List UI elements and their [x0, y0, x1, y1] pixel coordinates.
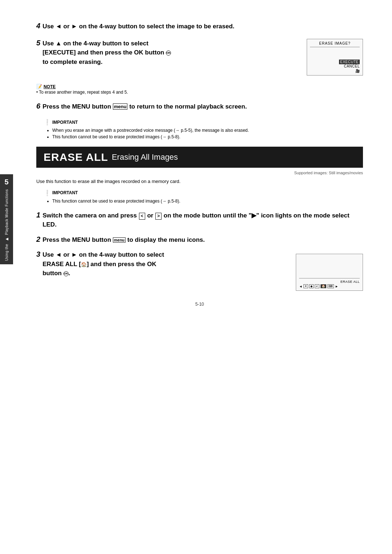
- icon-diamond: ◆: [309, 284, 314, 288]
- step6-number: 6: [36, 102, 40, 110]
- step5-text: Use ▲ on the 4-way button to select [EXE…: [42, 39, 171, 67]
- step5-number: 5: [36, 39, 40, 47]
- step4-number: 4: [36, 22, 40, 30]
- erase-all-title: ERASE ALL: [44, 151, 108, 163]
- page-number: 5-10: [36, 302, 363, 307]
- ok-button-icon-2: OK: [64, 271, 69, 276]
- icon-home: 🏠: [320, 284, 326, 288]
- icon-arrow-right: ►: [335, 285, 338, 288]
- important-icon-2: ❕: [44, 190, 51, 196]
- important-bullet-1a: When you erase an image with a postrecor…: [52, 127, 363, 134]
- ea-step1-text: Switch the camera on and press < or > on…: [42, 211, 363, 229]
- step-6: 6 Press the MENU button menu to return t…: [36, 102, 363, 111]
- lcd-erase-image-label: ERASE IMAGE?: [310, 41, 360, 47]
- ea-step2-text: Press the MENU button menu to display th…: [42, 235, 205, 245]
- note-icon: 📝: [36, 84, 42, 89]
- important-label-2: Important: [52, 190, 78, 195]
- important-icon-1: ❕: [44, 119, 51, 126]
- ea-step3-text: Use ◄ or ► on the 4-way button to select…: [42, 250, 164, 278]
- icon-x: ✕: [303, 284, 308, 288]
- menu-button-icon: menu: [113, 103, 128, 110]
- important-bullet-1b: This function cannot be used to erase pr…: [52, 134, 363, 140]
- note-title: NOTE: [44, 84, 56, 89]
- intro-text: Use this function to erase all the image…: [36, 178, 363, 185]
- icon-arrow-left: ◄: [299, 285, 302, 288]
- important-title-1: ❕ Important: [44, 119, 363, 126]
- ea-step-2: 2 Press the MENU button menu to display …: [36, 235, 363, 245]
- ea-step3-number: 3: [36, 250, 40, 258]
- ea-step1-number: 1: [36, 211, 40, 219]
- lcd2-icons: ◄ ✕ ◆ ↩ 🏠 ⌨ ►: [299, 284, 360, 288]
- sidebar-text: Using the ▶ Playback Mode Functions: [5, 189, 9, 261]
- lcd2-label: ERASE ALL: [299, 280, 360, 284]
- important-box-2: ❕ Important This function cannot be used…: [44, 190, 363, 204]
- note-content: • To erase another image, repeat steps 4…: [36, 89, 128, 95]
- important-bullet-2a: This function cannot be used to erase pr…: [52, 198, 363, 204]
- important-box-1: ❕ Important When you erase an image with…: [44, 119, 363, 140]
- ok-button-icon: OK: [166, 50, 171, 56]
- sidebar-number: 5: [4, 178, 8, 186]
- erase-all-icon: 🏠: [81, 262, 87, 267]
- menu-button-icon-2: menu: [113, 237, 126, 243]
- ea-step2-number: 2: [36, 235, 40, 244]
- step4-text: Use ◄ or ► on the 4-way button to select…: [42, 22, 234, 31]
- note-box: 📝 NOTE • To erase another image, repeat …: [36, 83, 363, 95]
- lcd-screen-erase-all: ERASE ALL ◄ ✕ ◆ ↩ 🏠 ⌨ ►: [296, 254, 363, 291]
- sidebar-tab: 5 Using the ▶ Playback Mode Functions: [0, 174, 13, 264]
- ea-step-1: 1 Switch the camera on and press < or > …: [36, 211, 363, 229]
- erase-all-subtitle: Erasing All Images: [112, 152, 178, 162]
- supported-images-text: Supported images: Still images/movies: [36, 171, 363, 175]
- lcd-camera-icon: 🎥: [355, 69, 360, 73]
- icon-return: ↩: [315, 284, 319, 288]
- ea-step-3: 3 Use ◄ or ► on the 4-way button to sele…: [36, 250, 363, 291]
- important-title-2: ❕ Important: [44, 190, 363, 196]
- step-5: 5 Use ▲ on the 4-way button to select [E…: [36, 39, 363, 76]
- important-label-1: Important: [52, 120, 78, 125]
- erase-all-banner: ERASE ALL Erasing All Images: [36, 147, 363, 168]
- right-btn-icon: >: [155, 213, 162, 220]
- page-container: 5 Using the ▶ Playback Mode Functions 4 …: [0, 0, 392, 554]
- lcd-execute-item: EXECUTE: [339, 60, 360, 64]
- important-bullets-1: When you erase an image with a postrecor…: [44, 127, 363, 140]
- important-bullets-2: This function cannot be used to erase pr…: [44, 198, 363, 204]
- step-4: 4 Use ◄ or ► on the 4-way button to sele…: [36, 22, 363, 31]
- lcd2-body: [299, 256, 360, 278]
- left-btn-icon: <: [139, 213, 145, 220]
- step6-text: Press the MENU button menu to return to …: [42, 102, 247, 111]
- icon-keyboard: ⌨: [327, 284, 334, 288]
- lcd-cancel-item: CANCEL: [344, 64, 360, 68]
- lcd-screen-erase: ERASE IMAGE? EXECUTE CANCEL 🎥: [307, 39, 363, 76]
